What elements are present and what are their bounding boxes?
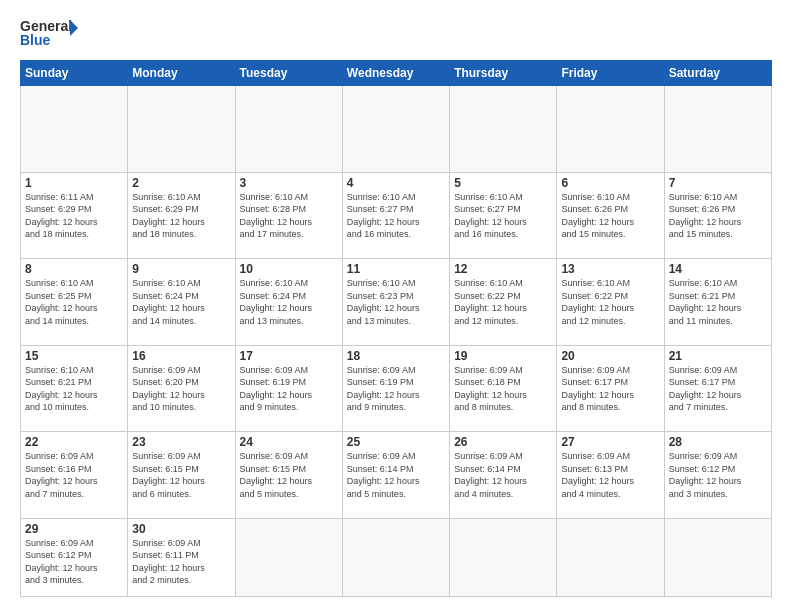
day-info: Sunrise: 6:09 AM Sunset: 6:17 PM Dayligh…	[669, 364, 767, 414]
day-number: 24	[240, 435, 338, 449]
calendar-header-monday: Monday	[128, 61, 235, 86]
day-number: 5	[454, 176, 552, 190]
calendar-day	[235, 86, 342, 173]
day-info: Sunrise: 6:10 AM Sunset: 6:26 PM Dayligh…	[669, 191, 767, 241]
calendar-day: 23Sunrise: 6:09 AM Sunset: 6:15 PM Dayli…	[128, 432, 235, 519]
calendar-day: 6Sunrise: 6:10 AM Sunset: 6:26 PM Daylig…	[557, 172, 664, 259]
day-number: 19	[454, 349, 552, 363]
calendar-day: 10Sunrise: 6:10 AM Sunset: 6:24 PM Dayli…	[235, 259, 342, 346]
svg-text:Blue: Blue	[20, 32, 51, 48]
calendar-day: 15Sunrise: 6:10 AM Sunset: 6:21 PM Dayli…	[21, 345, 128, 432]
calendar-day	[21, 86, 128, 173]
calendar-day: 3Sunrise: 6:10 AM Sunset: 6:28 PM Daylig…	[235, 172, 342, 259]
calendar-day: 9Sunrise: 6:10 AM Sunset: 6:24 PM Daylig…	[128, 259, 235, 346]
day-info: Sunrise: 6:10 AM Sunset: 6:27 PM Dayligh…	[454, 191, 552, 241]
day-number: 29	[25, 522, 123, 536]
day-info: Sunrise: 6:09 AM Sunset: 6:16 PM Dayligh…	[25, 450, 123, 500]
day-number: 23	[132, 435, 230, 449]
day-info: Sunrise: 6:09 AM Sunset: 6:13 PM Dayligh…	[561, 450, 659, 500]
calendar-day: 16Sunrise: 6:09 AM Sunset: 6:20 PM Dayli…	[128, 345, 235, 432]
calendar-day: 17Sunrise: 6:09 AM Sunset: 6:19 PM Dayli…	[235, 345, 342, 432]
day-info: Sunrise: 6:10 AM Sunset: 6:25 PM Dayligh…	[25, 277, 123, 327]
day-number: 1	[25, 176, 123, 190]
day-number: 26	[454, 435, 552, 449]
calendar-day: 18Sunrise: 6:09 AM Sunset: 6:19 PM Dayli…	[342, 345, 449, 432]
day-info: Sunrise: 6:10 AM Sunset: 6:27 PM Dayligh…	[347, 191, 445, 241]
calendar-day: 7Sunrise: 6:10 AM Sunset: 6:26 PM Daylig…	[664, 172, 771, 259]
calendar-day: 25Sunrise: 6:09 AM Sunset: 6:14 PM Dayli…	[342, 432, 449, 519]
calendar-day: 11Sunrise: 6:10 AM Sunset: 6:23 PM Dayli…	[342, 259, 449, 346]
calendar-week-row	[21, 86, 772, 173]
calendar-day: 21Sunrise: 6:09 AM Sunset: 6:17 PM Dayli…	[664, 345, 771, 432]
calendar-day: 2Sunrise: 6:10 AM Sunset: 6:29 PM Daylig…	[128, 172, 235, 259]
day-number: 25	[347, 435, 445, 449]
calendar-day: 24Sunrise: 6:09 AM Sunset: 6:15 PM Dayli…	[235, 432, 342, 519]
day-number: 27	[561, 435, 659, 449]
day-number: 17	[240, 349, 338, 363]
page: GeneralBlue SundayMondayTuesdayWednesday…	[0, 0, 792, 612]
calendar-day	[557, 518, 664, 596]
calendar: SundayMondayTuesdayWednesdayThursdayFrid…	[20, 60, 772, 597]
day-info: Sunrise: 6:09 AM Sunset: 6:14 PM Dayligh…	[454, 450, 552, 500]
day-info: Sunrise: 6:10 AM Sunset: 6:28 PM Dayligh…	[240, 191, 338, 241]
calendar-day: 5Sunrise: 6:10 AM Sunset: 6:27 PM Daylig…	[450, 172, 557, 259]
calendar-day	[235, 518, 342, 596]
calendar-header-sunday: Sunday	[21, 61, 128, 86]
day-info: Sunrise: 6:09 AM Sunset: 6:11 PM Dayligh…	[132, 537, 230, 587]
calendar-day: 29Sunrise: 6:09 AM Sunset: 6:12 PM Dayli…	[21, 518, 128, 596]
calendar-day: 30Sunrise: 6:09 AM Sunset: 6:11 PM Dayli…	[128, 518, 235, 596]
calendar-day	[664, 86, 771, 173]
calendar-day: 26Sunrise: 6:09 AM Sunset: 6:14 PM Dayli…	[450, 432, 557, 519]
day-number: 14	[669, 262, 767, 276]
day-info: Sunrise: 6:10 AM Sunset: 6:21 PM Dayligh…	[669, 277, 767, 327]
calendar-day: 22Sunrise: 6:09 AM Sunset: 6:16 PM Dayli…	[21, 432, 128, 519]
calendar-week-row: 22Sunrise: 6:09 AM Sunset: 6:16 PM Dayli…	[21, 432, 772, 519]
calendar-day	[664, 518, 771, 596]
day-info: Sunrise: 6:10 AM Sunset: 6:26 PM Dayligh…	[561, 191, 659, 241]
day-info: Sunrise: 6:10 AM Sunset: 6:24 PM Dayligh…	[240, 277, 338, 327]
calendar-day	[128, 86, 235, 173]
day-info: Sunrise: 6:09 AM Sunset: 6:19 PM Dayligh…	[347, 364, 445, 414]
day-info: Sunrise: 6:09 AM Sunset: 6:15 PM Dayligh…	[132, 450, 230, 500]
day-number: 22	[25, 435, 123, 449]
svg-marker-2	[70, 20, 78, 36]
calendar-header-thursday: Thursday	[450, 61, 557, 86]
calendar-day	[557, 86, 664, 173]
logo-icon: GeneralBlue	[20, 15, 80, 50]
calendar-day: 1Sunrise: 6:11 AM Sunset: 6:29 PM Daylig…	[21, 172, 128, 259]
day-number: 16	[132, 349, 230, 363]
calendar-day	[342, 518, 449, 596]
day-number: 3	[240, 176, 338, 190]
day-number: 2	[132, 176, 230, 190]
day-number: 4	[347, 176, 445, 190]
day-number: 8	[25, 262, 123, 276]
calendar-day: 4Sunrise: 6:10 AM Sunset: 6:27 PM Daylig…	[342, 172, 449, 259]
day-info: Sunrise: 6:09 AM Sunset: 6:20 PM Dayligh…	[132, 364, 230, 414]
day-number: 30	[132, 522, 230, 536]
day-number: 6	[561, 176, 659, 190]
day-info: Sunrise: 6:10 AM Sunset: 6:22 PM Dayligh…	[561, 277, 659, 327]
calendar-week-row: 15Sunrise: 6:10 AM Sunset: 6:21 PM Dayli…	[21, 345, 772, 432]
calendar-week-row: 1Sunrise: 6:11 AM Sunset: 6:29 PM Daylig…	[21, 172, 772, 259]
calendar-day	[450, 518, 557, 596]
calendar-day: 19Sunrise: 6:09 AM Sunset: 6:18 PM Dayli…	[450, 345, 557, 432]
day-info: Sunrise: 6:09 AM Sunset: 6:18 PM Dayligh…	[454, 364, 552, 414]
day-number: 13	[561, 262, 659, 276]
day-number: 10	[240, 262, 338, 276]
day-number: 20	[561, 349, 659, 363]
day-info: Sunrise: 6:09 AM Sunset: 6:15 PM Dayligh…	[240, 450, 338, 500]
day-info: Sunrise: 6:09 AM Sunset: 6:14 PM Dayligh…	[347, 450, 445, 500]
day-number: 9	[132, 262, 230, 276]
day-info: Sunrise: 6:10 AM Sunset: 6:23 PM Dayligh…	[347, 277, 445, 327]
day-number: 7	[669, 176, 767, 190]
day-info: Sunrise: 6:11 AM Sunset: 6:29 PM Dayligh…	[25, 191, 123, 241]
calendar-header-tuesday: Tuesday	[235, 61, 342, 86]
day-info: Sunrise: 6:10 AM Sunset: 6:24 PM Dayligh…	[132, 277, 230, 327]
calendar-day: 27Sunrise: 6:09 AM Sunset: 6:13 PM Dayli…	[557, 432, 664, 519]
day-number: 12	[454, 262, 552, 276]
day-number: 15	[25, 349, 123, 363]
calendar-week-row: 8Sunrise: 6:10 AM Sunset: 6:25 PM Daylig…	[21, 259, 772, 346]
calendar-day	[450, 86, 557, 173]
day-info: Sunrise: 6:10 AM Sunset: 6:21 PM Dayligh…	[25, 364, 123, 414]
calendar-week-row: 29Sunrise: 6:09 AM Sunset: 6:12 PM Dayli…	[21, 518, 772, 596]
